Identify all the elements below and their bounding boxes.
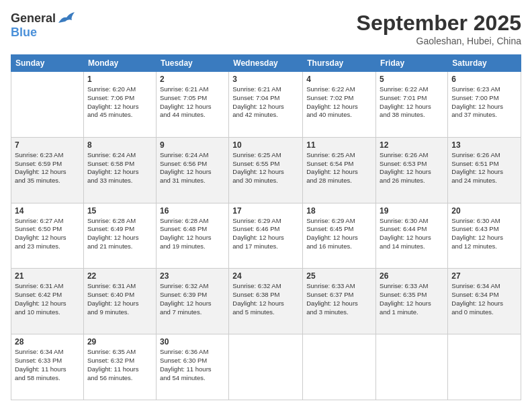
day-info: Sunrise: 6:33 AM Sunset: 6:37 PM Dayligh… (306, 282, 372, 316)
day-info: Sunrise: 6:30 AM Sunset: 6:44 PM Dayligh… (380, 217, 444, 251)
table-row: 27Sunrise: 6:34 AM Sunset: 6:34 PM Dayli… (448, 269, 521, 334)
day-info: Sunrise: 6:27 AM Sunset: 6:50 PM Dayligh… (15, 217, 80, 251)
page: General Blue September 2025 Gaoleshan, H… (0, 0, 532, 411)
table-row: 24Sunrise: 6:32 AM Sunset: 6:38 PM Dayli… (229, 269, 303, 334)
table-row (229, 334, 303, 400)
table-row: 28Sunrise: 6:34 AM Sunset: 6:33 PM Dayli… (11, 334, 84, 400)
calendar-week-5: 28Sunrise: 6:34 AM Sunset: 6:33 PM Dayli… (11, 334, 521, 400)
day-number: 25 (306, 271, 372, 281)
day-number: 28 (15, 337, 80, 347)
day-info: Sunrise: 6:28 AM Sunset: 6:48 PM Dayligh… (160, 217, 225, 251)
header: General Blue September 2025 Gaoleshan, H… (11, 11, 521, 46)
day-number: 9 (160, 140, 225, 150)
logo-blue: Blue (11, 26, 37, 40)
day-number: 6 (451, 75, 517, 84)
table-row: 13Sunrise: 6:26 AM Sunset: 6:51 PM Dayli… (448, 137, 521, 203)
day-info: Sunrise: 6:23 AM Sunset: 6:59 PM Dayligh… (15, 151, 80, 185)
day-info: Sunrise: 6:24 AM Sunset: 6:56 PM Dayligh… (160, 151, 225, 185)
day-number: 23 (160, 271, 225, 281)
table-row: 20Sunrise: 6:30 AM Sunset: 6:43 PM Dayli… (448, 203, 521, 269)
day-number: 11 (306, 140, 372, 150)
day-info: Sunrise: 6:23 AM Sunset: 7:00 PM Dayligh… (451, 85, 517, 120)
day-info: Sunrise: 6:31 AM Sunset: 6:42 PM Dayligh… (15, 282, 80, 316)
day-number: 17 (232, 206, 299, 216)
col-wednesday: Wednesday (229, 55, 303, 72)
day-info: Sunrise: 6:36 AM Sunset: 6:30 PM Dayligh… (160, 348, 225, 382)
table-row (303, 334, 376, 400)
day-info: Sunrise: 6:35 AM Sunset: 6:32 PM Dayligh… (87, 348, 152, 382)
table-row (448, 334, 521, 400)
table-row: 26Sunrise: 6:33 AM Sunset: 6:35 PM Dayli… (376, 269, 448, 334)
day-number: 5 (380, 75, 444, 84)
day-number: 27 (451, 271, 517, 281)
day-info: Sunrise: 6:26 AM Sunset: 6:51 PM Dayligh… (451, 151, 517, 185)
day-info: Sunrise: 6:26 AM Sunset: 6:53 PM Dayligh… (380, 151, 444, 185)
day-info: Sunrise: 6:22 AM Sunset: 7:02 PM Dayligh… (306, 85, 372, 120)
calendar-table: Sunday Monday Tuesday Wednesday Thursday… (11, 54, 521, 400)
day-info: Sunrise: 6:29 AM Sunset: 6:46 PM Dayligh… (232, 217, 299, 251)
calendar-week-1: 1Sunrise: 6:20 AM Sunset: 7:06 PM Daylig… (11, 72, 521, 138)
day-info: Sunrise: 6:21 AM Sunset: 7:04 PM Dayligh… (232, 85, 299, 120)
day-number: 8 (87, 140, 152, 150)
table-row: 21Sunrise: 6:31 AM Sunset: 6:42 PM Dayli… (11, 269, 84, 334)
table-row: 5Sunrise: 6:22 AM Sunset: 7:01 PM Daylig… (376, 72, 448, 138)
col-friday: Friday (376, 55, 448, 72)
day-number: 19 (380, 206, 444, 216)
day-number: 1 (87, 75, 152, 84)
day-number: 26 (380, 271, 444, 281)
day-number: 7 (15, 140, 80, 150)
table-row: 1Sunrise: 6:20 AM Sunset: 7:06 PM Daylig… (83, 72, 156, 138)
day-number: 14 (15, 206, 80, 216)
table-row: 8Sunrise: 6:24 AM Sunset: 6:58 PM Daylig… (83, 137, 156, 203)
day-number: 2 (160, 75, 225, 84)
logo-general: General (11, 11, 56, 26)
day-info: Sunrise: 6:24 AM Sunset: 6:58 PM Dayligh… (87, 151, 152, 185)
day-number: 21 (15, 271, 80, 281)
table-row: 11Sunrise: 6:25 AM Sunset: 6:54 PM Dayli… (303, 137, 376, 203)
day-info: Sunrise: 6:25 AM Sunset: 6:54 PM Dayligh… (306, 151, 372, 185)
calendar-week-3: 14Sunrise: 6:27 AM Sunset: 6:50 PM Dayli… (11, 203, 521, 269)
calendar-header-row: Sunday Monday Tuesday Wednesday Thursday… (11, 55, 521, 72)
calendar-week-2: 7Sunrise: 6:23 AM Sunset: 6:59 PM Daylig… (11, 137, 521, 203)
col-thursday: Thursday (303, 55, 376, 72)
col-tuesday: Tuesday (156, 55, 228, 72)
location: Gaoleshan, Hubei, China (357, 36, 521, 46)
day-number: 18 (306, 206, 372, 216)
table-row: 19Sunrise: 6:30 AM Sunset: 6:44 PM Dayli… (376, 203, 448, 269)
table-row: 18Sunrise: 6:29 AM Sunset: 6:45 PM Dayli… (303, 203, 376, 269)
title-block: September 2025 Gaoleshan, Hubei, China (357, 11, 521, 46)
logo-bird-icon (57, 11, 76, 26)
col-saturday: Saturday (448, 55, 521, 72)
day-info: Sunrise: 6:33 AM Sunset: 6:35 PM Dayligh… (380, 282, 444, 316)
day-info: Sunrise: 6:32 AM Sunset: 6:38 PM Dayligh… (232, 282, 299, 316)
table-row: 17Sunrise: 6:29 AM Sunset: 6:46 PM Dayli… (229, 203, 303, 269)
day-number: 15 (87, 206, 152, 216)
table-row: 7Sunrise: 6:23 AM Sunset: 6:59 PM Daylig… (11, 137, 84, 203)
day-number: 20 (451, 206, 517, 216)
table-row: 22Sunrise: 6:31 AM Sunset: 6:40 PM Dayli… (83, 269, 156, 334)
table-row: 6Sunrise: 6:23 AM Sunset: 7:00 PM Daylig… (448, 72, 521, 138)
day-number: 13 (451, 140, 517, 150)
col-sunday: Sunday (11, 55, 84, 72)
table-row: 25Sunrise: 6:33 AM Sunset: 6:37 PM Dayli… (303, 269, 376, 334)
day-info: Sunrise: 6:22 AM Sunset: 7:01 PM Dayligh… (380, 85, 444, 120)
day-number: 30 (160, 337, 225, 347)
day-info: Sunrise: 6:28 AM Sunset: 6:49 PM Dayligh… (87, 217, 152, 251)
table-row: 12Sunrise: 6:26 AM Sunset: 6:53 PM Dayli… (376, 137, 448, 203)
table-row: 16Sunrise: 6:28 AM Sunset: 6:48 PM Dayli… (156, 203, 228, 269)
day-info: Sunrise: 6:25 AM Sunset: 6:55 PM Dayligh… (232, 151, 299, 185)
table-row: 23Sunrise: 6:32 AM Sunset: 6:39 PM Dayli… (156, 269, 228, 334)
day-info: Sunrise: 6:20 AM Sunset: 7:06 PM Dayligh… (87, 85, 152, 120)
day-number: 22 (87, 271, 152, 281)
table-row: 15Sunrise: 6:28 AM Sunset: 6:49 PM Dayli… (83, 203, 156, 269)
day-info: Sunrise: 6:32 AM Sunset: 6:39 PM Dayligh… (160, 282, 225, 316)
table-row: 9Sunrise: 6:24 AM Sunset: 6:56 PM Daylig… (156, 137, 228, 203)
day-number: 12 (380, 140, 444, 150)
day-number: 29 (87, 337, 152, 347)
table-row: 4Sunrise: 6:22 AM Sunset: 7:02 PM Daylig… (303, 72, 376, 138)
table-row: 14Sunrise: 6:27 AM Sunset: 6:50 PM Dayli… (11, 203, 84, 269)
day-info: Sunrise: 6:34 AM Sunset: 6:33 PM Dayligh… (15, 348, 80, 382)
table-row (11, 72, 84, 138)
day-info: Sunrise: 6:21 AM Sunset: 7:05 PM Dayligh… (160, 85, 225, 120)
day-info: Sunrise: 6:34 AM Sunset: 6:34 PM Dayligh… (451, 282, 517, 316)
